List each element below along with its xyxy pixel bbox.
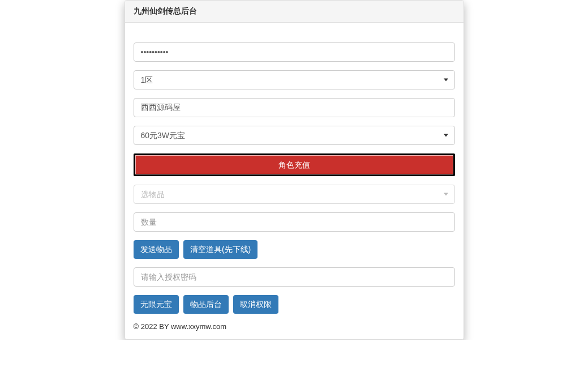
quantity-input[interactable]	[134, 212, 455, 232]
item-backend-button[interactable]: 物品后台	[183, 295, 229, 314]
char-name-group	[134, 98, 455, 117]
package-group: 60元3W元宝	[134, 126, 455, 145]
send-button-row: 发送物品 清空道具(先下线)	[134, 240, 455, 259]
password-group	[134, 42, 455, 62]
caret-down-icon	[444, 79, 448, 82]
password-input[interactable]	[134, 42, 455, 62]
panel-header: 九州仙剑传总后台	[125, 1, 463, 23]
package-select[interactable]: 60元3W元宝	[134, 126, 455, 145]
clear-items-button[interactable]: 清空道具(先下线)	[183, 240, 257, 259]
send-item-button[interactable]: 发送物品	[134, 240, 179, 259]
panel-body: 1区 60元3W元宝 角色充值 选物品 发送物品 清空道具(	[125, 23, 463, 339]
caret-down-icon	[444, 193, 448, 196]
footer-text: © 2022 BY www.xxymw.com	[134, 322, 455, 331]
recharge-group: 角色充值	[134, 153, 455, 176]
perm-button-row: 无限元宝 物品后台 取消权限	[134, 295, 455, 314]
admin-panel: 九州仙剑传总后台 1区 60元3W元宝 角色充值 选物品	[125, 0, 464, 340]
recharge-button[interactable]: 角色充值	[134, 153, 455, 176]
cancel-perm-button[interactable]: 取消权限	[233, 295, 278, 314]
panel-title: 九州仙剑传总后台	[134, 6, 455, 16]
item-select[interactable]: 选物品	[134, 185, 455, 204]
quantity-group	[134, 212, 455, 232]
region-select[interactable]: 1区	[134, 70, 455, 89]
caret-down-icon	[444, 134, 448, 137]
item-select-group: 选物品	[134, 185, 455, 204]
unlimited-yuanbao-button[interactable]: 无限元宝	[134, 295, 179, 314]
region-group: 1区	[134, 70, 455, 89]
char-name-input[interactable]	[134, 98, 455, 117]
auth-password-input[interactable]	[134, 267, 455, 287]
auth-password-group	[134, 267, 455, 287]
